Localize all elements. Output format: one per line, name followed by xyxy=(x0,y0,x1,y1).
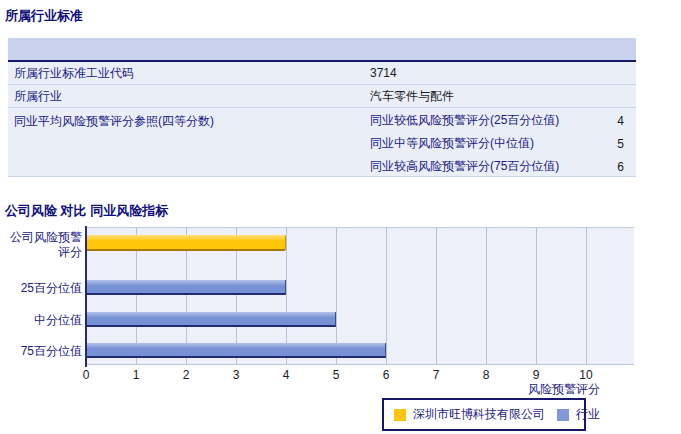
quartile-25-label: 同业较低风险预警评分(25百分位值) xyxy=(370,112,559,129)
x-axis-title: 风险预警评分 xyxy=(460,381,600,398)
x-tick-label: 8 xyxy=(474,368,498,382)
industry-value: 汽车零件与配件 xyxy=(370,88,636,105)
industry-standard-table: 所属行业标准工业代码 3714 所属行业 汽车零件与配件 同业平均风险预警评分参… xyxy=(8,38,636,177)
industry-bar-中分位值 xyxy=(87,312,336,327)
x-tick-label: 1 xyxy=(124,368,148,382)
industry-legend-label: 行业 xyxy=(576,406,600,423)
comparison-section-title: 公司风险 对比 同业风险指标 xyxy=(5,202,168,220)
company-legend-label: 深圳市旺博科技有限公司 xyxy=(413,406,545,423)
industry-label: 所属行业 xyxy=(8,88,370,105)
table-header-bar xyxy=(8,38,636,62)
gridline xyxy=(486,227,487,365)
quartile-50-label: 同业中等风险预警评分(中位值) xyxy=(370,135,534,152)
industry-legend-swatch xyxy=(557,409,569,421)
x-tick-label: 6 xyxy=(374,368,398,382)
chart-legend: 深圳市旺博科技有限公司 行业 xyxy=(382,398,586,431)
x-tick-label: 2 xyxy=(174,368,198,382)
gridline xyxy=(586,227,587,365)
x-tick-label: 3 xyxy=(224,368,248,382)
quartile-row-50: 同业中等风险预警评分(中位值) 5 xyxy=(370,132,636,155)
quartile-values-column: 同业较低风险预警评分(25百分位值) 4 同业中等风险预警评分(中位值) 5 同… xyxy=(370,108,636,176)
quartile-50-value: 5 xyxy=(617,137,636,151)
gridline xyxy=(536,227,537,365)
category-label: 公司风险预警评分 xyxy=(2,230,82,260)
category-label: 中分位值 xyxy=(2,313,82,328)
quartile-row-25: 同业较低风险预警评分(25百分位值) 4 xyxy=(370,109,636,132)
quartile-row-75: 同业较高风险预警评分(75百分位值) 6 xyxy=(370,155,636,178)
x-tick-label: 5 xyxy=(324,368,348,382)
company-score-bar-公司风险预警评分 xyxy=(87,235,286,251)
report-page: 所属行业标准 所属行业标准工业代码 3714 所属行业 汽车零件与配件 同业平均… xyxy=(0,0,681,434)
table-row-quartiles: 同业平均风险预警评分参照(四等分数) 同业较低风险预警评分(25百分位值) 4 … xyxy=(8,108,636,177)
industry-standard-section-title: 所属行业标准 xyxy=(5,7,83,25)
sic-code-label: 所属行业标准工业代码 xyxy=(8,65,370,82)
x-tick-label: 4 xyxy=(274,368,298,382)
category-label: 25百分位值 xyxy=(2,281,82,296)
sic-code-value: 3714 xyxy=(370,66,636,80)
x-tick-label: 7 xyxy=(424,368,448,382)
industry-bar-25百分位值 xyxy=(87,280,286,295)
gridline xyxy=(386,227,387,365)
table-row: 所属行业 汽车零件与配件 xyxy=(8,85,636,108)
quartile-75-label: 同业较高风险预警评分(75百分位值) xyxy=(370,158,559,175)
quartile-25-value: 4 xyxy=(617,114,636,128)
x-tick-label: 9 xyxy=(524,368,548,382)
table-row: 所属行业标准工业代码 3714 xyxy=(8,62,636,85)
category-label: 75百分位值 xyxy=(2,344,82,359)
industry-bar-75百分位值 xyxy=(87,343,386,358)
quartile-reference-label: 同业平均风险预警评分参照(四等分数) xyxy=(8,108,370,176)
quartile-75-value: 6 xyxy=(617,160,636,174)
company-legend-swatch xyxy=(394,409,406,421)
x-tick-label: 0 xyxy=(74,368,98,382)
x-tick-label: 10 xyxy=(574,368,598,382)
gridline xyxy=(436,227,437,365)
